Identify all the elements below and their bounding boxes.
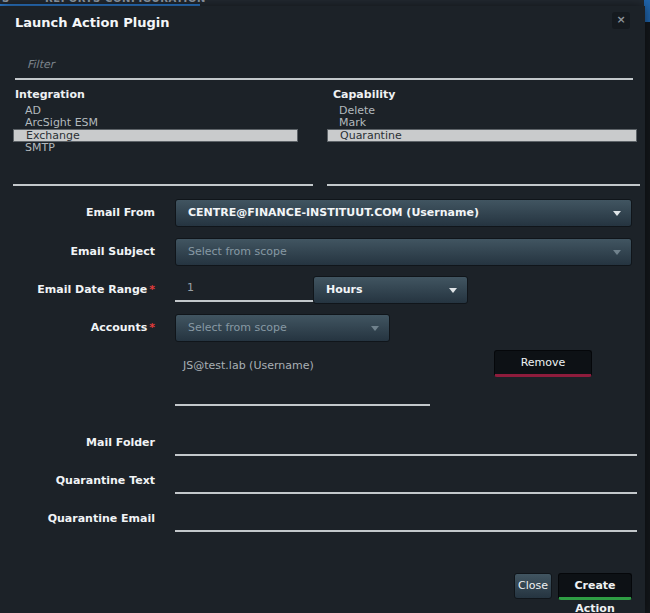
required-asterisk: * xyxy=(149,321,155,334)
integration-option-exchange[interactable]: Exchange xyxy=(13,129,298,142)
email-from-select[interactable]: CENTRE@FINANCE-INSTITUUT.COM (Username) xyxy=(175,199,632,227)
chevron-down-icon xyxy=(371,326,379,331)
capability-option-mark[interactable]: Mark xyxy=(327,117,640,129)
integration-header: Integration xyxy=(15,88,85,101)
email-date-range-label: Email Date Range* xyxy=(0,276,155,304)
chevron-down-icon xyxy=(613,211,621,216)
close-icon[interactable]: × xyxy=(612,12,630,29)
chevron-down-icon xyxy=(449,288,457,293)
launch-action-plugin-modal: Launch Action Plugin × Integration AD Ar… xyxy=(0,6,645,613)
close-button[interactable]: Close xyxy=(514,573,552,599)
remove-button[interactable]: Remove xyxy=(494,350,592,377)
quarantine-email-label: Quarantine Email xyxy=(0,506,155,532)
capability-option-quarantine[interactable]: Quarantine xyxy=(327,129,637,142)
integration-option-smtp[interactable]: SMTP xyxy=(13,142,313,154)
email-from-label: Email From xyxy=(0,199,155,227)
chevron-down-icon xyxy=(613,250,621,255)
email-subject-placeholder: Select from scope xyxy=(188,245,287,258)
modal-title: Launch Action Plugin xyxy=(15,15,169,30)
required-asterisk: * xyxy=(149,283,155,296)
date-range-unit-select[interactable]: Hours xyxy=(313,276,468,304)
mail-folder-label: Mail Folder xyxy=(0,430,155,456)
email-date-range-input[interactable] xyxy=(175,278,315,302)
email-subject-select[interactable]: Select from scope xyxy=(175,238,632,266)
integration-option-arcsight[interactable]: ArcSight ESM xyxy=(13,117,313,129)
quarantine-text-label: Quarantine Text xyxy=(0,468,155,494)
integration-listbox[interactable]: AD ArcSight ESM Exchange SMTP xyxy=(13,105,313,186)
mail-folder-input[interactable] xyxy=(175,432,637,456)
quarantine-text-input[interactable] xyxy=(175,470,637,494)
email-subject-label: Email Subject xyxy=(0,238,155,266)
screen: S REPORTS CONFIGURATION Launch Action Pl… xyxy=(0,0,650,613)
accounts-selected-item: JS@test.lab (Username) xyxy=(183,359,314,372)
capability-listbox[interactable]: Delete Mark Quarantine xyxy=(327,105,640,186)
accounts-placeholder: Select from scope xyxy=(188,321,287,334)
capability-option-delete[interactable]: Delete xyxy=(327,105,640,117)
accounts-label: Accounts* xyxy=(0,314,155,342)
accounts-list-underline xyxy=(175,381,430,406)
create-action-button[interactable]: Create Action xyxy=(558,573,632,600)
accounts-select[interactable]: Select from scope xyxy=(175,314,390,342)
date-range-unit-value: Hours xyxy=(326,283,363,296)
quarantine-email-input[interactable] xyxy=(175,508,637,532)
filter-input[interactable] xyxy=(15,54,633,80)
capability-header: Capability xyxy=(333,88,395,101)
email-from-value: CENTRE@FINANCE-INSTITUUT.COM (Username) xyxy=(188,206,479,219)
